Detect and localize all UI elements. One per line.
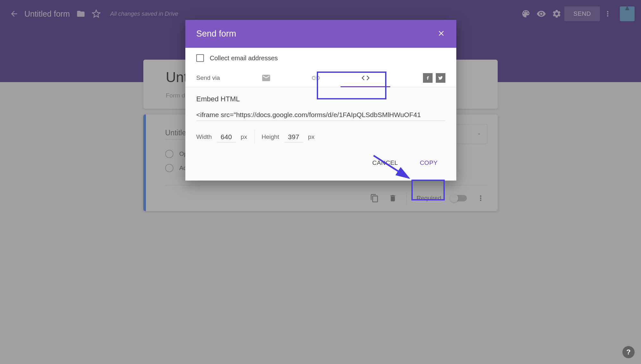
help-glyph: ? bbox=[626, 348, 630, 356]
modal-header: Send form bbox=[185, 20, 456, 48]
twitter-icon bbox=[438, 75, 443, 80]
width-input[interactable] bbox=[217, 132, 236, 142]
help-button[interactable]: ? bbox=[622, 346, 635, 358]
collect-email-checkbox[interactable] bbox=[196, 54, 204, 62]
modal-footer: CANCEL COPY bbox=[185, 147, 456, 181]
width-label: Width bbox=[196, 133, 212, 140]
height-label: Height bbox=[262, 133, 279, 140]
px-label: px bbox=[308, 133, 315, 140]
send-via-row: Send via bbox=[196, 69, 445, 87]
modal-body: Embed HTML Width px Height px bbox=[185, 87, 456, 147]
send-form-modal: Send form Collect email addresses Send v… bbox=[185, 20, 456, 181]
px-label: px bbox=[241, 133, 247, 140]
send-via-tabs bbox=[241, 69, 423, 87]
social-share bbox=[423, 73, 445, 83]
modal-title: Send form bbox=[196, 29, 236, 39]
cancel-button[interactable]: CANCEL bbox=[365, 155, 406, 171]
close-icon bbox=[437, 29, 445, 38]
embed-html-title: Embed HTML bbox=[196, 95, 445, 103]
facebook-button[interactable] bbox=[423, 73, 433, 83]
send-via-label: Send via bbox=[196, 74, 241, 81]
collect-email-row[interactable]: Collect email addresses bbox=[196, 54, 445, 62]
embed-html-input[interactable] bbox=[196, 109, 445, 121]
dimensions-row: Width px Height px bbox=[196, 130, 445, 144]
close-button[interactable] bbox=[437, 29, 445, 39]
code-icon bbox=[361, 73, 370, 83]
height-input[interactable] bbox=[284, 132, 303, 142]
collect-email-label: Collect email addresses bbox=[210, 55, 278, 62]
copy-button[interactable]: COPY bbox=[412, 155, 445, 171]
tab-link[interactable] bbox=[291, 69, 341, 87]
modal-top-section: Collect email addresses Send via bbox=[185, 48, 456, 87]
facebook-icon bbox=[425, 75, 430, 80]
tab-embed[interactable] bbox=[341, 69, 390, 87]
tab-email[interactable] bbox=[241, 69, 291, 87]
email-icon bbox=[261, 73, 271, 83]
twitter-button[interactable] bbox=[436, 73, 445, 83]
link-icon bbox=[311, 73, 321, 83]
